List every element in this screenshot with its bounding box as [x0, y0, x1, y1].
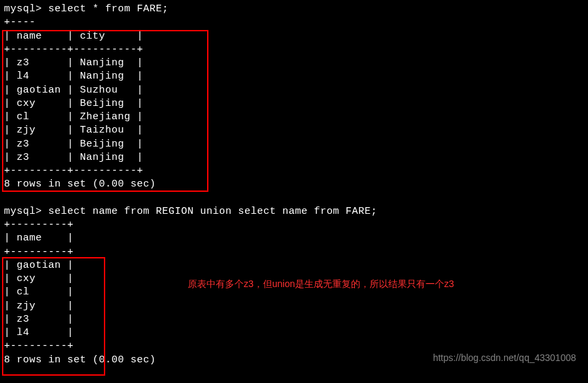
table-row: | cl | Zhejiang |	[4, 111, 584, 124]
table-row: | z3 | Nanjing |	[4, 151, 584, 165]
annotation-text: 原表中有多个z3，但union是生成无重复的，所以结果只有一个z3	[188, 278, 454, 290]
query2-sql: select name from REGION union select nam…	[49, 206, 378, 217]
table-row: | l4 |	[4, 326, 584, 340]
table-row: | cxy | Beijing |	[4, 97, 584, 111]
table-row: | gaotian |	[4, 259, 584, 272]
query1-prompt-line: mysql> select * from FARE;	[4, 3, 584, 16]
query1-sep-top: +---------+----------+	[4, 43, 584, 57]
query2-sep-top: +---------+	[4, 218, 584, 232]
table-row: | l4 | Nanjing |	[4, 70, 584, 83]
watermark: https://blog.csdn.net/qq_43301008	[433, 352, 576, 364]
query2-header-row: | name |	[4, 232, 584, 245]
table-row: | zjy |	[4, 300, 584, 313]
blank-line	[4, 192, 584, 205]
query2-prompt-line: mysql> select name from REGION union sel…	[4, 205, 584, 218]
query1-sep-bottom: +---------+----------+	[4, 165, 584, 178]
table-row: | zjy | Taizhou |	[4, 124, 584, 137]
table-row: | z3 | Beijing |	[4, 138, 584, 151]
table-row: | z3 | Nanjing |	[4, 57, 584, 70]
query1-top-cut: +----	[4, 16, 584, 29]
query2-sep-mid: +---------+	[4, 246, 584, 259]
query1-header-row: | name | city |	[4, 30, 584, 43]
query1-sql: select * from FARE;	[49, 3, 169, 15]
table-row: | gaotian | Suzhou |	[4, 84, 584, 97]
query1-footer: 8 rows in set (0.00 sec)	[4, 178, 584, 191]
mysql-prompt: mysql>	[4, 206, 42, 217]
mysql-prompt: mysql>	[4, 3, 42, 15]
table-row: | z3 |	[4, 313, 584, 326]
